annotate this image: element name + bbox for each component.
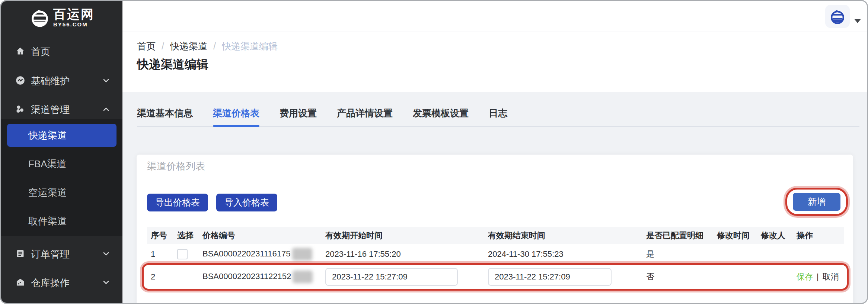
cell-valid-start: 2023-11-16 17:55:20 [323,244,486,265]
avatar-logo-icon [829,8,846,25]
sidebar-subitem-label: 快递渠道 [28,129,67,142]
start-time-input[interactable] [325,268,458,286]
table-row: 1 BSA0000220231116175 2023-11-16 17:55:2… [147,244,844,265]
sidebar-subitem-label: FBA渠道 [28,158,67,171]
cell-price-no: BSA0000220231122152 [200,265,323,290]
col-header-modified-by: 修改人 [759,227,794,244]
chevron-down-icon [102,278,111,287]
page-header: 首页 / 快递渠道 / 快递渠道编辑 快递渠道编辑 [122,32,867,92]
cell-index: 1 [147,244,175,265]
content-area: 渠道基本信息 渠道价格表 费用设置 产品详情设置 发票模板设置 日志 渠道价格列… [122,92,867,303]
user-avatar[interactable] [825,5,850,28]
add-button[interactable]: 新增 [793,193,840,211]
breadcrumb-express-channel[interactable]: 快递渠道 [170,40,207,52]
col-header-modified-time: 修改时间 [715,227,759,244]
tab-channel-price-table[interactable]: 渠道价格表 [213,107,259,126]
table-header-row: 序号 选择 价格编号 有效期开始时间 有效期结束时间 是否已配置明细 修改时间 … [147,227,844,244]
breadcrumb-home[interactable]: 首页 [137,40,156,52]
sidebar-item-label: 仓库操作 [31,276,70,290]
brand-logo-text: 百运网 BY56.COM [53,8,95,27]
chevron-down-icon [102,249,111,258]
cell-modified-by [759,265,794,290]
action-separator: | [817,272,819,281]
page-title: 快递渠道编辑 [137,56,208,73]
cell-modified-time [715,244,759,265]
col-header-select: 选择 [175,227,200,244]
price-no-text: BSA0000220231122152 [202,272,291,281]
sidebar-submenu-channels: 快递渠道 FBA渠道 空运渠道 取件渠道 [1,119,122,236]
col-header-valid-start: 有效期开始时间 [323,227,486,244]
topbar [122,1,867,32]
dropdown-caret-icon[interactable] [854,19,861,23]
cell-valid-start [323,265,486,290]
col-header-valid-end: 有效期结束时间 [486,227,644,244]
cell-modified-by [759,244,794,265]
main-area: 首页 / 快递渠道 / 快递渠道编辑 快递渠道编辑 渠道基本信息 渠道价格表 费… [122,1,867,303]
col-header-configured: 是否已配置明细 [644,227,715,244]
cell-configured: 是 [644,244,715,265]
annotation-highlight-add-button: 新增 [785,188,848,216]
channels-icon [15,104,25,114]
sidebar-item-channel-management[interactable]: 渠道管理 [1,100,122,118]
price-no-text: BSA0000220231116175 [202,249,291,258]
chevron-down-icon [102,76,111,85]
cancel-link[interactable]: 取消 [823,272,839,281]
cell-configured: 否 [644,265,715,290]
sidebar-item-express-channel[interactable]: 快递渠道 [7,124,117,147]
sidebar-item-label: 订单管理 [31,248,70,261]
sidebar-item-home[interactable]: 首页 [1,42,122,60]
sidebar-item-order-management[interactable]: 订单管理 [1,245,122,263]
cell-actions: 保存|取消 [794,265,844,290]
tab-fee-settings[interactable]: 费用设置 [280,107,317,126]
table-row-editing: 2 BSA0000220231122152 否 [147,265,844,290]
sidebar-item-label: 首页 [31,45,50,58]
warehouse-icon [15,277,25,287]
orders-icon [15,249,25,259]
toolbar: 导出价格表 导入价格表 [147,194,277,211]
redacted-blur [292,248,312,261]
tab-product-detail-settings[interactable]: 产品详情设置 [337,107,393,126]
home-icon [15,46,25,56]
sidebar-item-air-channel[interactable]: 空运渠道 [7,181,117,204]
import-price-table-button[interactable]: 导入价格表 [216,194,277,211]
save-link[interactable]: 保存 [797,272,813,281]
end-time-input[interactable] [488,268,612,286]
cell-actions [794,244,844,265]
card-title: 渠道价格列表 [147,160,205,173]
cell-valid-end [486,265,644,290]
chevron-up-icon [102,105,111,114]
tab-bar: 渠道基本信息 渠道价格表 费用设置 产品详情设置 发票模板设置 日志 [137,107,859,127]
breadcrumb: 首页 / 快递渠道 / 快递渠道编辑 [137,40,278,52]
row-select-checkbox[interactable] [177,249,188,259]
col-header-index: 序号 [147,227,175,244]
tab-channel-basic-info[interactable]: 渠道基本信息 [137,107,193,126]
redacted-blur [293,271,313,283]
brand-domain: BY56.COM [53,22,95,27]
breadcrumb-current: 快递渠道编辑 [222,40,278,52]
sidebar-subitem-label: 空运渠道 [28,186,67,199]
col-header-actions: 操作 [794,227,844,244]
brand-name: 百运网 [53,8,95,20]
breadcrumb-separator: / [162,41,164,52]
col-header-price-no: 价格编号 [200,227,323,244]
tab-invoice-template-settings[interactable]: 发票模板设置 [413,107,469,126]
cell-modified-time [715,265,759,290]
sidebar-item-label: 基础维护 [31,75,70,88]
sidebar-item-basic-maintenance[interactable]: 基础维护 [1,72,122,90]
cell-index: 2 [147,265,175,290]
sidebar-item-label: 渠道管理 [31,103,70,116]
sidebar-item-warehouse-operations[interactable]: 仓库操作 [1,274,122,291]
tab-log[interactable]: 日志 [489,107,507,126]
brand-logo: 百运网 BY56.COM [29,7,95,28]
breadcrumb-separator: / [213,41,216,52]
price-table: 序号 选择 价格编号 有效期开始时间 有效期结束时间 是否已配置明细 修改时间 … [147,227,843,290]
price-list-card: 渠道价格列表 导出价格表 导入价格表 新增 [137,155,853,304]
sidebar-item-fba-channel[interactable]: FBA渠道 [7,152,117,175]
app-window: 百运网 BY56.COM 首页 基础维护 [0,0,868,304]
export-price-table-button[interactable]: 导出价格表 [147,194,208,211]
sidebar-item-pickup-channel[interactable]: 取件渠道 [7,210,117,233]
sidebar: 百运网 BY56.COM 首页 基础维护 [1,1,122,303]
cell-price-no: BSA0000220231116175 [200,244,323,265]
sidebar-subitem-label: 取件渠道 [28,215,67,228]
maintenance-icon [15,75,25,85]
